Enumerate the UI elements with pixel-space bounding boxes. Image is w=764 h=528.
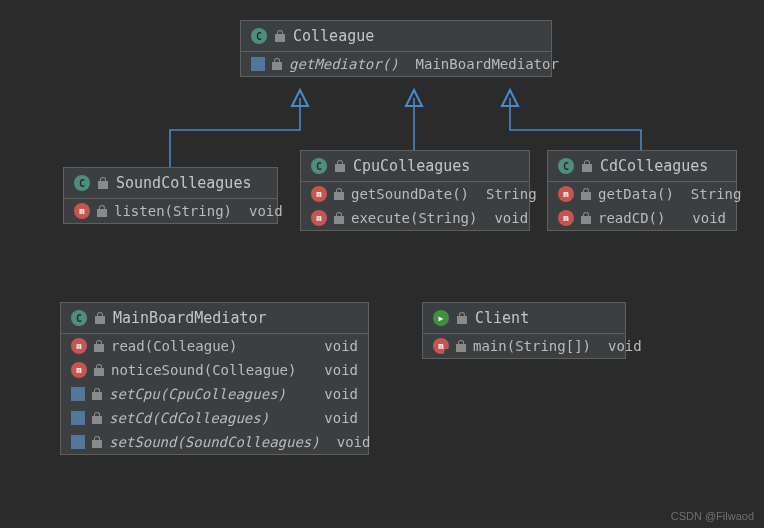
class-title: Client (475, 309, 529, 327)
class-icon (71, 310, 87, 326)
lock-icon (98, 177, 108, 189)
method-icon (74, 203, 90, 219)
member-setCpu: setCpu(CpuColleagues) void (61, 382, 368, 406)
member-return: void (324, 338, 358, 354)
member-return: String (486, 186, 537, 202)
lock-icon (92, 436, 102, 448)
class-colleague: Colleague getMediator() MainBoardMediato… (240, 20, 552, 77)
member-noticeSound: noticeSound(Colleague) void (61, 358, 368, 382)
lock-icon (334, 212, 344, 224)
member-return: void (249, 203, 283, 219)
class-icon (311, 158, 327, 174)
class-title-row: SoundColleagues (64, 168, 277, 199)
member-return: void (692, 210, 726, 226)
member-getSoundDate: getSoundDate() String (301, 182, 529, 206)
member-signature: getSoundDate() (351, 186, 469, 202)
method-icon (433, 338, 449, 354)
member-return: void (494, 210, 528, 226)
lock-icon (95, 312, 105, 324)
lock-icon (92, 388, 102, 400)
class-icon (558, 158, 574, 174)
lock-icon (97, 205, 107, 217)
member-signature: getMediator() (289, 56, 399, 72)
class-title: CdColleagues (600, 157, 708, 175)
class-title-row: MainBoardMediator (61, 303, 368, 334)
lock-icon (335, 160, 345, 172)
member-main: main(String[]) void (423, 334, 625, 358)
method-icon (311, 210, 327, 226)
method-icon (71, 338, 87, 354)
lock-icon (581, 212, 591, 224)
lock-icon (334, 188, 344, 200)
member-signature: execute(String) (351, 210, 477, 226)
member-setSound: setSound(SoundColleagues) void (61, 430, 368, 454)
class-client: Client main(String[]) void (422, 302, 626, 359)
members: getData() String readCD() void (548, 182, 736, 230)
member-return: void (324, 386, 358, 402)
member-signature: setCd(CdColleagues) (109, 410, 307, 426)
class-title-row: CdColleagues (548, 151, 736, 182)
member-read: read(Colleague) void (61, 334, 368, 358)
member-readCD: readCD() void (548, 206, 736, 230)
class-title: CpuColleagues (353, 157, 470, 175)
method-icon (558, 210, 574, 226)
member-signature: setSound(SoundColleagues) (109, 434, 320, 450)
class-sound-colleagues: SoundColleagues listen(String) void (63, 167, 278, 224)
class-title: Colleague (293, 27, 374, 45)
lock-icon (94, 340, 104, 352)
class-title: MainBoardMediator (113, 309, 267, 327)
member-getMediator: getMediator() MainBoardMediator (241, 52, 551, 76)
member-return: void (337, 434, 371, 450)
lock-icon (275, 30, 285, 42)
member-listen: listen(String) void (64, 199, 277, 223)
member-signature: listen(String) (114, 203, 232, 219)
member-execute: execute(String) void (301, 206, 529, 230)
member-signature: getData() (598, 186, 674, 202)
lock-icon (272, 58, 282, 70)
members: getMediator() MainBoardMediator (241, 52, 551, 76)
class-title-row: Client (423, 303, 625, 334)
member-signature: main(String[]) (473, 338, 591, 354)
member-signature: read(Colleague) (111, 338, 307, 354)
member-signature: setCpu(CpuColleagues) (109, 386, 307, 402)
members: getSoundDate() String execute(String) vo… (301, 182, 529, 230)
watermark: CSDN @Filwaod (671, 510, 754, 522)
member-return: void (608, 338, 642, 354)
member-signature: noticeSound(Colleague) (111, 362, 307, 378)
members: main(String[]) void (423, 334, 625, 358)
property-icon (251, 57, 265, 71)
lock-icon (456, 340, 466, 352)
class-title-row: Colleague (241, 21, 551, 52)
member-getData: getData() String (548, 182, 736, 206)
lock-icon (457, 312, 467, 324)
property-icon (71, 387, 85, 401)
lock-icon (581, 188, 591, 200)
method-icon (71, 362, 87, 378)
method-icon (311, 186, 327, 202)
class-cpu-colleagues: CpuColleagues getSoundDate() String exec… (300, 150, 530, 231)
lock-icon (582, 160, 592, 172)
class-mainboard-mediator: MainBoardMediator read(Colleague) void n… (60, 302, 369, 455)
class-cd-colleagues: CdColleagues getData() String readCD() v… (547, 150, 737, 231)
runnable-icon (433, 310, 449, 326)
members: read(Colleague) void noticeSound(Colleag… (61, 334, 368, 454)
lock-icon (92, 412, 102, 424)
method-icon (558, 186, 574, 202)
property-icon (71, 435, 85, 449)
member-return: MainBoardMediator (416, 56, 559, 72)
property-icon (71, 411, 85, 425)
members: listen(String) void (64, 199, 277, 223)
member-return: void (324, 410, 358, 426)
member-signature: readCD() (598, 210, 675, 226)
class-icon (74, 175, 90, 191)
member-return: String (691, 186, 742, 202)
class-icon (251, 28, 267, 44)
member-setCd: setCd(CdColleagues) void (61, 406, 368, 430)
class-title-row: CpuColleagues (301, 151, 529, 182)
member-return: void (324, 362, 358, 378)
class-title: SoundColleagues (116, 174, 251, 192)
lock-icon (94, 364, 104, 376)
